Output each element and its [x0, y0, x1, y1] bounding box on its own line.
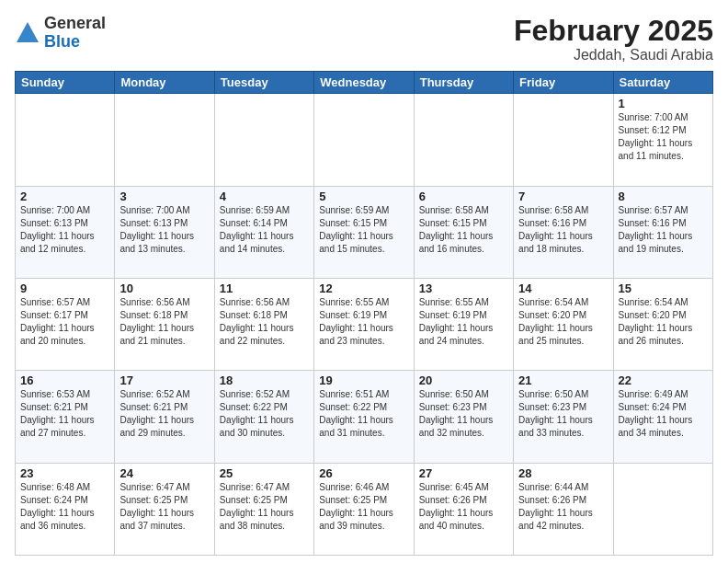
day-number: 14 — [518, 282, 608, 295]
weekday-header-wednesday: Wednesday — [314, 72, 414, 94]
calendar-cell: 7Sunrise: 6:58 AM Sunset: 6:16 PM Daylig… — [514, 186, 613, 278]
day-info: Sunrise: 6:54 AM Sunset: 6:20 PM Dayligh… — [619, 296, 708, 348]
day-info: Sunrise: 6:54 AM Sunset: 6:20 PM Dayligh… — [518, 296, 608, 348]
day-info: Sunrise: 6:52 AM Sunset: 6:21 PM Dayligh… — [119, 388, 209, 440]
calendar-cell — [514, 94, 613, 186]
day-number: 13 — [419, 282, 508, 295]
calendar-cell: 27Sunrise: 6:45 AM Sunset: 6:26 PM Dayli… — [414, 463, 513, 555]
calendar-cell: 13Sunrise: 6:55 AM Sunset: 6:19 PM Dayli… — [414, 278, 513, 370]
calendar-cell: 12Sunrise: 6:55 AM Sunset: 6:19 PM Dayli… — [314, 278, 414, 370]
day-number: 8 — [619, 190, 708, 203]
calendar-cell: 2Sunrise: 7:00 AM Sunset: 6:13 PM Daylig… — [16, 186, 115, 278]
calendar-cell: 1Sunrise: 7:00 AM Sunset: 6:12 PM Daylig… — [613, 94, 712, 186]
calendar-cell: 23Sunrise: 6:48 AM Sunset: 6:24 PM Dayli… — [16, 463, 115, 555]
day-info: Sunrise: 6:44 AM Sunset: 6:26 PM Dayligh… — [518, 481, 608, 533]
month-title: February 2025 — [514, 15, 713, 47]
page: General Blue February 2025 Jeddah, Saudi… — [0, 0, 728, 563]
calendar-cell: 21Sunrise: 6:50 AM Sunset: 6:23 PM Dayli… — [514, 371, 613, 463]
calendar-cell: 19Sunrise: 6:51 AM Sunset: 6:22 PM Dayli… — [314, 371, 414, 463]
day-info: Sunrise: 6:56 AM Sunset: 6:18 PM Dayligh… — [119, 296, 209, 348]
day-info: Sunrise: 6:55 AM Sunset: 6:19 PM Dayligh… — [319, 296, 408, 348]
day-info: Sunrise: 6:56 AM Sunset: 6:18 PM Dayligh… — [220, 296, 309, 348]
calendar-cell: 22Sunrise: 6:49 AM Sunset: 6:24 PM Dayli… — [613, 371, 712, 463]
day-info: Sunrise: 7:00 AM Sunset: 6:13 PM Dayligh… — [119, 204, 209, 256]
day-number: 9 — [20, 282, 109, 295]
calendar-cell: 3Sunrise: 7:00 AM Sunset: 6:13 PM Daylig… — [115, 186, 214, 278]
calendar-cell: 18Sunrise: 6:52 AM Sunset: 6:22 PM Dayli… — [214, 371, 313, 463]
day-number: 11 — [220, 282, 309, 295]
day-number: 3 — [119, 190, 209, 203]
logo: General Blue — [15, 15, 106, 52]
logo-general-text: General — [44, 15, 106, 33]
calendar-cell: 9Sunrise: 6:57 AM Sunset: 6:17 PM Daylig… — [16, 278, 115, 370]
calendar-week-row: 2Sunrise: 7:00 AM Sunset: 6:13 PM Daylig… — [16, 186, 713, 278]
calendar-cell: 16Sunrise: 6:53 AM Sunset: 6:21 PM Dayli… — [16, 371, 115, 463]
calendar-cell: 6Sunrise: 6:58 AM Sunset: 6:15 PM Daylig… — [414, 186, 513, 278]
logo-text: General Blue — [44, 15, 106, 52]
day-info: Sunrise: 6:47 AM Sunset: 6:25 PM Dayligh… — [119, 481, 209, 533]
calendar-cell: 5Sunrise: 6:59 AM Sunset: 6:15 PM Daylig… — [314, 186, 414, 278]
calendar-cell: 14Sunrise: 6:54 AM Sunset: 6:20 PM Dayli… — [514, 278, 613, 370]
day-number: 22 — [619, 373, 708, 387]
day-info: Sunrise: 6:58 AM Sunset: 6:15 PM Dayligh… — [419, 204, 508, 256]
day-number: 25 — [220, 466, 309, 480]
calendar-week-row: 16Sunrise: 6:53 AM Sunset: 6:21 PM Dayli… — [16, 371, 713, 463]
day-number: 4 — [220, 190, 309, 203]
day-info: Sunrise: 6:49 AM Sunset: 6:24 PM Dayligh… — [619, 388, 708, 440]
calendar-cell — [613, 463, 712, 555]
calendar-cell — [16, 94, 115, 186]
day-info: Sunrise: 6:57 AM Sunset: 6:16 PM Dayligh… — [619, 204, 708, 256]
weekday-header-tuesday: Tuesday — [214, 72, 313, 94]
calendar-cell: 25Sunrise: 6:47 AM Sunset: 6:25 PM Dayli… — [214, 463, 313, 555]
day-number: 17 — [119, 373, 209, 387]
calendar-week-row: 23Sunrise: 6:48 AM Sunset: 6:24 PM Dayli… — [16, 463, 713, 555]
day-info: Sunrise: 6:59 AM Sunset: 6:15 PM Dayligh… — [319, 204, 408, 256]
calendar-cell — [214, 94, 313, 186]
calendar-cell — [314, 94, 414, 186]
day-number: 23 — [20, 466, 109, 480]
calendar-cell: 26Sunrise: 6:46 AM Sunset: 6:25 PM Dayli… — [314, 463, 414, 555]
weekday-header-saturday: Saturday — [613, 72, 712, 94]
calendar-week-row: 9Sunrise: 6:57 AM Sunset: 6:17 PM Daylig… — [16, 278, 713, 370]
calendar-cell: 8Sunrise: 6:57 AM Sunset: 6:16 PM Daylig… — [613, 186, 712, 278]
calendar-cell: 15Sunrise: 6:54 AM Sunset: 6:20 PM Dayli… — [613, 278, 712, 370]
calendar-cell: 28Sunrise: 6:44 AM Sunset: 6:26 PM Dayli… — [514, 463, 613, 555]
location-subtitle: Jeddah, Saudi Arabia — [514, 47, 713, 63]
day-info: Sunrise: 6:53 AM Sunset: 6:21 PM Dayligh… — [20, 388, 109, 440]
day-info: Sunrise: 6:55 AM Sunset: 6:19 PM Dayligh… — [419, 296, 508, 348]
calendar-cell: 17Sunrise: 6:52 AM Sunset: 6:21 PM Dayli… — [115, 371, 214, 463]
day-number: 2 — [20, 190, 109, 203]
weekday-header-monday: Monday — [115, 72, 214, 94]
logo-icon — [15, 20, 40, 46]
calendar-table: SundayMondayTuesdayWednesdayThursdayFrid… — [15, 71, 713, 556]
day-number: 5 — [319, 190, 408, 203]
day-info: Sunrise: 6:59 AM Sunset: 6:14 PM Dayligh… — [220, 204, 309, 256]
day-number: 15 — [619, 282, 708, 295]
day-info: Sunrise: 6:48 AM Sunset: 6:24 PM Dayligh… — [20, 481, 109, 533]
day-number: 21 — [518, 373, 608, 387]
day-info: Sunrise: 6:50 AM Sunset: 6:23 PM Dayligh… — [419, 388, 508, 440]
day-number: 26 — [319, 466, 408, 480]
header: General Blue February 2025 Jeddah, Saudi… — [15, 15, 713, 63]
logo-blue-text: Blue — [44, 33, 106, 52]
calendar-week-row: 1Sunrise: 7:00 AM Sunset: 6:12 PM Daylig… — [16, 94, 713, 186]
calendar-cell — [115, 94, 214, 186]
day-number: 28 — [518, 466, 608, 480]
calendar-cell — [414, 94, 513, 186]
day-number: 18 — [220, 373, 309, 387]
calendar-cell: 11Sunrise: 6:56 AM Sunset: 6:18 PM Dayli… — [214, 278, 313, 370]
day-number: 6 — [419, 190, 508, 203]
weekday-header-thursday: Thursday — [414, 72, 513, 94]
day-number: 7 — [518, 190, 608, 203]
day-info: Sunrise: 6:50 AM Sunset: 6:23 PM Dayligh… — [518, 388, 608, 440]
day-number: 20 — [419, 373, 508, 387]
day-info: Sunrise: 6:51 AM Sunset: 6:22 PM Dayligh… — [319, 388, 408, 440]
day-info: Sunrise: 7:00 AM Sunset: 6:13 PM Dayligh… — [20, 204, 109, 256]
day-info: Sunrise: 6:52 AM Sunset: 6:22 PM Dayligh… — [220, 388, 309, 440]
day-info: Sunrise: 6:58 AM Sunset: 6:16 PM Dayligh… — [518, 204, 608, 256]
day-number: 12 — [319, 282, 408, 295]
day-number: 19 — [319, 373, 408, 387]
weekday-header-sunday: Sunday — [16, 72, 115, 94]
calendar-cell: 4Sunrise: 6:59 AM Sunset: 6:14 PM Daylig… — [214, 186, 313, 278]
day-number: 10 — [119, 282, 209, 295]
